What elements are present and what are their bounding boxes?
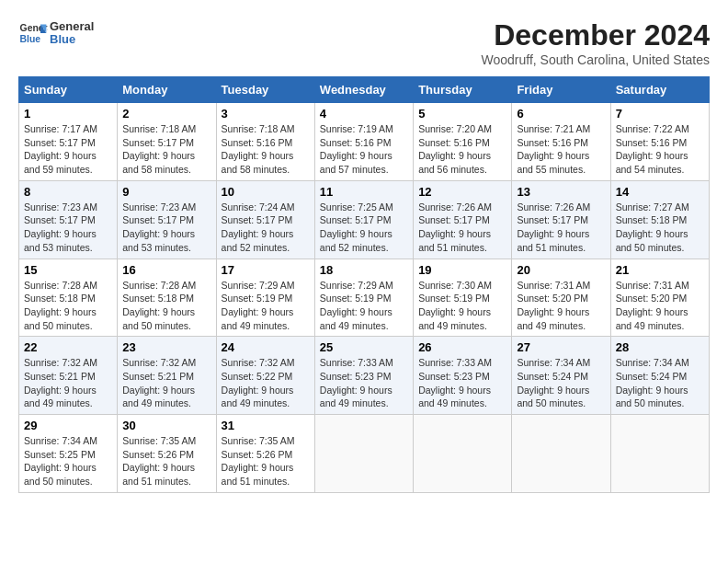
day-info: Sunrise: 7:19 AMSunset: 5:16 PMDaylight:… [320,123,393,175]
calendar-cell: 4 Sunrise: 7:19 AMSunset: 5:16 PMDayligh… [314,103,413,181]
week-row-3: 15 Sunrise: 7:28 AMSunset: 5:18 PMDaylig… [19,259,710,337]
day-number: 12 [418,185,506,199]
day-info: Sunrise: 7:23 AMSunset: 5:17 PMDaylight:… [24,201,97,253]
calendar-header-row: SundayMondayTuesdayWednesdayThursdayFrid… [19,77,710,103]
calendar-cell: 28 Sunrise: 7:34 AMSunset: 5:24 PMDaylig… [610,337,709,415]
day-info: Sunrise: 7:29 AMSunset: 5:19 PMDaylight:… [320,280,393,331]
day-number: 23 [122,340,210,354]
calendar-cell: 11 Sunrise: 7:25 AMSunset: 5:17 PMDaylig… [314,180,413,259]
day-info: Sunrise: 7:18 AMSunset: 5:16 PMDaylight:… [222,123,295,175]
day-number: 14 [616,185,704,199]
day-number: 24 [222,340,310,354]
day-info: Sunrise: 7:32 AMSunset: 5:22 PMDaylight:… [222,357,295,408]
day-info: Sunrise: 7:20 AMSunset: 5:16 PMDaylight:… [418,123,492,175]
day-number: 4 [320,107,408,121]
calendar-cell: 19 Sunrise: 7:30 AMSunset: 5:19 PMDaylig… [414,259,512,337]
header-monday: Monday [118,77,216,103]
day-info: Sunrise: 7:26 AMSunset: 5:17 PMDaylight:… [418,201,492,253]
day-number: 19 [418,263,506,277]
week-row-4: 22 Sunrise: 7:32 AMSunset: 5:21 PMDaylig… [19,337,710,415]
calendar-cell: 5 Sunrise: 7:20 AMSunset: 5:16 PMDayligh… [414,103,512,181]
day-number: 26 [418,340,506,354]
calendar-cell: 6 Sunrise: 7:21 AMSunset: 5:16 PMDayligh… [512,103,610,181]
calendar-cell: 12 Sunrise: 7:26 AMSunset: 5:17 PMDaylig… [414,180,512,259]
day-info: Sunrise: 7:33 AMSunset: 5:23 PMDaylight:… [320,357,393,408]
calendar-cell: 30 Sunrise: 7:35 AMSunset: 5:26 PMDaylig… [118,415,216,493]
calendar-cell: 3 Sunrise: 7:18 AMSunset: 5:16 PMDayligh… [216,103,314,181]
subtitle: Woodruff, South Carolina, United States [481,52,710,67]
day-number: 27 [517,340,605,354]
calendar-cell: 25 Sunrise: 7:33 AMSunset: 5:23 PMDaylig… [314,337,413,415]
day-info: Sunrise: 7:28 AMSunset: 5:18 PMDaylight:… [24,280,97,331]
day-number: 11 [320,185,408,199]
day-info: Sunrise: 7:33 AMSunset: 5:23 PMDaylight:… [418,357,492,408]
calendar-cell: 16 Sunrise: 7:28 AMSunset: 5:18 PMDaylig… [118,259,216,337]
logo-text-general: General [50,20,94,33]
header-thursday: Thursday [414,77,512,103]
calendar-cell [314,415,413,493]
calendar-cell: 17 Sunrise: 7:29 AMSunset: 5:19 PMDaylig… [216,259,314,337]
day-info: Sunrise: 7:34 AMSunset: 5:25 PMDaylight:… [24,435,97,487]
calendar-cell: 1 Sunrise: 7:17 AMSunset: 5:17 PMDayligh… [19,103,118,181]
day-info: Sunrise: 7:31 AMSunset: 5:20 PMDaylight:… [616,280,689,331]
day-number: 25 [320,340,408,354]
day-info: Sunrise: 7:31 AMSunset: 5:20 PMDaylight:… [517,280,590,331]
day-number: 15 [24,263,112,277]
day-info: Sunrise: 7:27 AMSunset: 5:18 PMDaylight:… [616,201,689,253]
day-number: 30 [122,419,210,432]
calendar-cell: 29 Sunrise: 7:34 AMSunset: 5:25 PMDaylig… [19,415,118,493]
day-number: 13 [517,185,605,199]
svg-text:Blue: Blue [20,34,41,44]
day-info: Sunrise: 7:23 AMSunset: 5:17 PMDaylight:… [122,201,196,253]
calendar-cell: 2 Sunrise: 7:18 AMSunset: 5:17 PMDayligh… [118,103,216,181]
day-info: Sunrise: 7:17 AMSunset: 5:17 PMDaylight:… [24,123,97,175]
day-number: 6 [517,107,605,121]
day-number: 21 [616,263,704,277]
header-sunday: Sunday [19,77,118,103]
header-friday: Friday [512,77,610,103]
day-info: Sunrise: 7:22 AMSunset: 5:16 PMDaylight:… [616,123,689,175]
title-area: December 2024 Woodruff, South Carolina, … [481,18,710,67]
header-saturday: Saturday [610,77,709,103]
day-info: Sunrise: 7:25 AMSunset: 5:17 PMDaylight:… [320,201,393,253]
calendar-cell: 27 Sunrise: 7:34 AMSunset: 5:24 PMDaylig… [512,337,610,415]
logo-text-blue: Blue [50,33,94,46]
day-info: Sunrise: 7:32 AMSunset: 5:21 PMDaylight:… [24,357,97,408]
week-row-5: 29 Sunrise: 7:34 AMSunset: 5:25 PMDaylig… [19,415,710,493]
day-number: 5 [418,107,506,121]
calendar-cell: 15 Sunrise: 7:28 AMSunset: 5:18 PMDaylig… [19,259,118,337]
day-info: Sunrise: 7:32 AMSunset: 5:21 PMDaylight:… [122,357,196,408]
day-info: Sunrise: 7:28 AMSunset: 5:18 PMDaylight:… [122,280,196,331]
day-number: 28 [616,340,704,354]
day-number: 16 [122,263,210,277]
day-info: Sunrise: 7:21 AMSunset: 5:16 PMDaylight:… [517,123,590,175]
day-number: 22 [24,340,112,354]
week-row-2: 8 Sunrise: 7:23 AMSunset: 5:17 PMDayligh… [19,180,710,259]
calendar-cell: 9 Sunrise: 7:23 AMSunset: 5:17 PMDayligh… [118,180,216,259]
day-number: 3 [222,107,310,121]
day-number: 17 [222,263,310,277]
calendar-cell: 31 Sunrise: 7:35 AMSunset: 5:26 PMDaylig… [216,415,314,493]
day-info: Sunrise: 7:35 AMSunset: 5:26 PMDaylight:… [222,435,295,487]
header-tuesday: Tuesday [216,77,314,103]
calendar-cell: 8 Sunrise: 7:23 AMSunset: 5:17 PMDayligh… [19,180,118,259]
week-row-1: 1 Sunrise: 7:17 AMSunset: 5:17 PMDayligh… [19,103,710,181]
calendar-cell: 26 Sunrise: 7:33 AMSunset: 5:23 PMDaylig… [414,337,512,415]
header: General Blue General Blue December 2024 … [18,18,710,67]
calendar-cell: 23 Sunrise: 7:32 AMSunset: 5:21 PMDaylig… [118,337,216,415]
day-number: 7 [616,107,704,121]
header-wednesday: Wednesday [314,77,413,103]
day-number: 10 [222,185,310,199]
day-info: Sunrise: 7:30 AMSunset: 5:19 PMDaylight:… [418,280,492,331]
day-info: Sunrise: 7:35 AMSunset: 5:26 PMDaylight:… [122,435,196,487]
calendar-cell [610,415,709,493]
day-number: 9 [122,185,210,199]
calendar-table: SundayMondayTuesdayWednesdayThursdayFrid… [18,76,710,493]
day-info: Sunrise: 7:34 AMSunset: 5:24 PMDaylight:… [517,357,590,408]
day-number: 20 [517,263,605,277]
calendar-cell: 14 Sunrise: 7:27 AMSunset: 5:18 PMDaylig… [610,180,709,259]
calendar-cell [512,415,610,493]
day-info: Sunrise: 7:18 AMSunset: 5:17 PMDaylight:… [122,123,196,175]
day-info: Sunrise: 7:24 AMSunset: 5:17 PMDaylight:… [222,201,295,253]
day-info: Sunrise: 7:26 AMSunset: 5:17 PMDaylight:… [517,201,590,253]
